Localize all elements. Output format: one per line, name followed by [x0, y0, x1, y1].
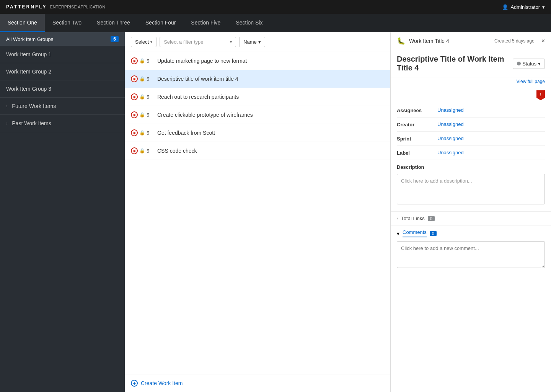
work-item-num: 5 — [147, 76, 153, 82]
sidebar-item-past[interactable]: › Past Work Items — [0, 115, 125, 132]
filter-chevron-icon: ▾ — [230, 40, 232, 44]
field-value-assignees[interactable]: Unassigned — [437, 107, 464, 113]
comment-input[interactable] — [397, 241, 545, 268]
tab-section-four[interactable]: Section Four — [138, 14, 183, 32]
sidebar-header: All Work Item Groups 6 — [0, 32, 125, 46]
work-item-row[interactable]: ◉ 🔒 5 Descriptive title of work item tit… — [125, 70, 390, 88]
topbar: PATTERNFLY ENTERPRISE APPLICATION 👤 Admi… — [0, 0, 551, 14]
total-links-chevron-icon: › — [397, 216, 398, 220]
detail-bug-icon: 🐛 — [397, 37, 405, 45]
field-label-label: Label — [397, 150, 431, 156]
close-button[interactable]: × — [541, 38, 545, 44]
work-item-num: 5 — [147, 130, 153, 136]
bug-icon: ◉ — [131, 111, 138, 118]
work-item-row[interactable]: ◉ 🔒 5 Update marketing page to new forma… — [125, 52, 390, 70]
work-item-icons: ◉ 🔒 5 — [131, 57, 153, 64]
sidebar-item-wig1[interactable]: Work Item Group 1 — [0, 46, 125, 63]
detail-title-bar: Descriptive Title of Work Item Title 4 S… — [391, 50, 551, 77]
user-label: Administrator — [510, 4, 540, 10]
chevron-right-icon: › — [6, 121, 7, 126]
description-placeholder: Click here to add a description... — [401, 178, 472, 184]
field-row-label: Label Unassigned — [397, 146, 545, 160]
main-layout: All Work Item Groups 6 Work Item Group 1… — [0, 32, 551, 392]
lock-icon: 🔒 — [139, 58, 145, 64]
total-links-header[interactable]: › Total Links 0 — [397, 216, 545, 221]
lock-icon: 🔒 — [139, 148, 145, 154]
filter-type-input[interactable]: Select a filter type ▾ — [160, 37, 236, 47]
field-value-sprint[interactable]: Unassigned — [437, 136, 464, 141]
field-row-description: Description Click here to add a descript… — [397, 160, 545, 208]
tab-section-one[interactable]: Section One — [0, 14, 45, 32]
user-icon: 👤 — [502, 4, 508, 10]
field-row-sprint: Sprint Unassigned — [397, 132, 545, 146]
flag-area: ! — [391, 87, 551, 100]
work-item-title: Create clickable prototype of wireframes — [157, 112, 253, 118]
select-label: Select — [135, 39, 149, 45]
sidebar: All Work Item Groups 6 Work Item Group 1… — [0, 32, 125, 392]
sort-dropdown[interactable]: Name ▾ — [239, 37, 265, 47]
work-item-title: Reach out to research participants — [157, 94, 239, 100]
field-value-label[interactable]: Unassigned — [437, 150, 464, 155]
app-label: ENTERPRISE APPLICATION — [50, 5, 105, 9]
sidebar-item-wig3[interactable]: Work Item Group 3 — [0, 80, 125, 98]
work-item-title: CSS code check — [157, 148, 197, 154]
status-label: Status — [522, 61, 536, 67]
work-item-num: 5 — [147, 148, 153, 154]
bug-icon: ◉ — [131, 93, 138, 100]
field-row-creator: Creator Unassigned — [397, 118, 545, 132]
detail-panel: 🐛 Work Item Title 4 Created 5 days ago ×… — [390, 32, 551, 392]
tab-section-three[interactable]: Section Three — [89, 14, 138, 32]
create-link-label: Create Work Item — [141, 380, 183, 386]
comments-label: Comments — [403, 229, 427, 237]
work-item-num: 5 — [147, 58, 153, 64]
create-work-item-link[interactable]: + Create Work Item — [125, 374, 390, 392]
user-menu[interactable]: 👤 Administrator ▾ — [502, 4, 545, 10]
filter-bar: Select ▾ Select a filter type ▾ Name ▾ — [125, 32, 390, 52]
lock-icon: 🔒 — [139, 130, 145, 136]
work-item-num: 5 — [147, 94, 153, 100]
comments-badge: 0 — [430, 231, 437, 236]
select-dropdown[interactable]: Select ▾ — [131, 37, 156, 47]
field-label-description: Description — [397, 164, 431, 170]
field-label-sprint: Sprint — [397, 136, 431, 142]
field-value-creator[interactable]: Unassigned — [437, 121, 464, 127]
create-plus-icon: + — [131, 380, 138, 387]
view-full-page-link[interactable]: View full page — [391, 77, 551, 87]
sidebar-item-future[interactable]: › Future Work Items — [0, 98, 125, 115]
detail-header: 🐛 Work Item Title 4 Created 5 days ago × — [391, 32, 551, 50]
content-area: Select ▾ Select a filter type ▾ Name ▾ ◉… — [125, 32, 390, 392]
tab-section-five[interactable]: Section Five — [183, 14, 228, 32]
detail-fields: Assignees Unassigned Creator Unassigned … — [391, 100, 551, 211]
navbar: Section One Section Two Section Three Se… — [0, 14, 551, 32]
work-item-title: Get feedback from Scott — [157, 130, 215, 136]
comments-header[interactable]: ▾ Comments 0 — [397, 225, 545, 237]
work-item-row[interactable]: ◉ 🔒 5 Get feedback from Scott — [125, 124, 390, 142]
chevron-right-icon: › — [6, 104, 7, 108]
work-item-row[interactable]: ◉ 🔒 5 Create clickable prototype of wire… — [125, 106, 390, 124]
status-button[interactable]: Status ▾ — [513, 59, 545, 69]
user-chevron-icon: ▾ — [542, 4, 545, 10]
description-input[interactable]: Click here to add a description... — [397, 174, 545, 204]
work-item-icons: ◉ 🔒 5 — [131, 93, 153, 100]
total-links-label: Total Links — [401, 216, 424, 221]
lock-icon: 🔒 — [139, 112, 145, 118]
detail-main-title: Descriptive Title of Work Item Title 4 — [397, 55, 509, 72]
comments-chevron-icon: ▾ — [397, 230, 399, 237]
work-item-row[interactable]: ◉ 🔒 5 CSS code check — [125, 142, 390, 160]
sidebar-item-wig2[interactable]: Work Item Group 2 — [0, 63, 125, 80]
status-dot — [517, 62, 521, 65]
comments-section: ▾ Comments 0 — [391, 225, 551, 273]
field-label-assignees: Assignees — [397, 107, 431, 113]
work-item-icons: ◉ 🔒 5 — [131, 147, 153, 154]
work-item-title: Descriptive title of work item title 4 — [157, 76, 238, 82]
work-item-icons: ◉ 🔒 5 — [131, 111, 153, 118]
sort-label: Name — [243, 39, 257, 45]
tab-section-two[interactable]: Section Two — [45, 14, 89, 32]
bug-icon: ◉ — [131, 147, 138, 154]
work-items-list: ◉ 🔒 5 Update marketing page to new forma… — [125, 52, 390, 374]
lock-icon: 🔒 — [139, 76, 145, 82]
tab-section-six[interactable]: Section Six — [228, 14, 270, 32]
filter-placeholder: Select a filter type — [164, 39, 203, 45]
work-item-row[interactable]: ◉ 🔒 5 Reach out to research participants — [125, 88, 390, 106]
work-item-title: Update marketing page to new format — [157, 58, 247, 64]
